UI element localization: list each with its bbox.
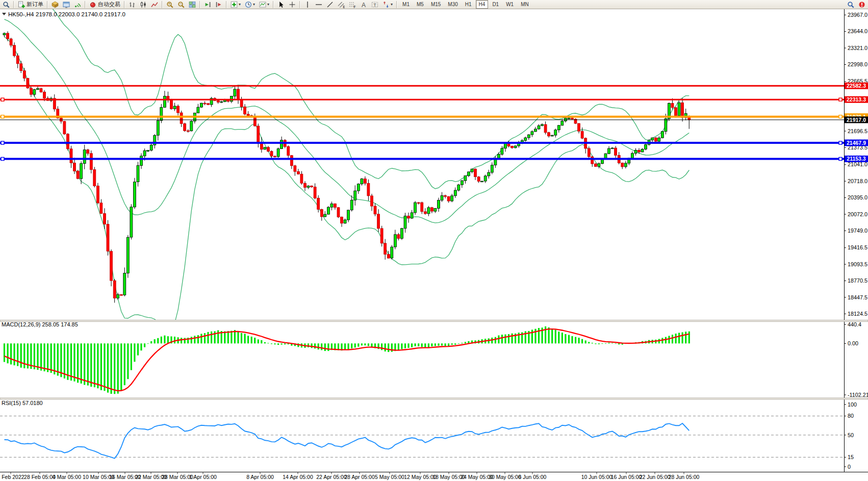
bear-candle	[588, 148, 590, 157]
text-icon-icon: A	[360, 1, 367, 8]
bear-candle	[671, 104, 674, 108]
line-handle[interactable]	[839, 98, 842, 101]
bear-candle	[100, 203, 103, 214]
market-watch-icon[interactable]	[50, 0, 60, 9]
bear-candle	[304, 183, 307, 187]
line-handle[interactable]	[1, 115, 4, 118]
line-handle[interactable]	[1, 158, 4, 161]
timeframe-button-h1[interactable]: H1	[462, 0, 475, 9]
bull-candle	[461, 181, 463, 185]
bear-candle	[364, 179, 366, 184]
timeframe-button-w1[interactable]: W1	[503, 0, 517, 9]
equidistant-channel-icon[interactable]: E	[336, 0, 346, 9]
equidistant-channel-icon-icon: E	[338, 1, 345, 8]
bear-candle	[177, 106, 180, 113]
svg-text:22582.3: 22582.3	[847, 83, 866, 89]
toolbar-separator	[226, 1, 227, 8]
bull-candle	[264, 147, 266, 149]
horizontal-line-icon-icon	[315, 1, 322, 8]
new-order-button[interactable]: 新订单	[16, 0, 45, 9]
line-handle[interactable]	[1, 141, 4, 144]
fibonacci-icon[interactable]: F	[347, 0, 358, 9]
cursor-icon[interactable]	[276, 0, 286, 9]
bull-candle	[220, 102, 223, 103]
time-tick-label: 14 Apr 05:00	[283, 474, 313, 480]
timeframe-button-m30[interactable]: M30	[445, 0, 461, 9]
bar-chart-icon[interactable]	[127, 0, 137, 9]
bull-candle	[33, 89, 36, 94]
candlestick-chart-icon[interactable]	[138, 0, 148, 9]
zoom-in-icon[interactable]: +	[165, 0, 175, 9]
line-chart-icon[interactable]	[149, 0, 160, 9]
vertical-line-icon[interactable]	[302, 0, 313, 9]
line-handle[interactable]	[839, 115, 842, 118]
timeframe-button-m1[interactable]: M1	[399, 0, 413, 9]
bear-candle	[507, 143, 510, 146]
trendline-icon[interactable]	[325, 0, 335, 9]
bear-candle	[334, 204, 336, 207]
auto-trading-button[interactable]: 自动交易	[88, 0, 122, 9]
indicators-icon[interactable]: ▾	[229, 0, 242, 9]
pane-separator[interactable]	[0, 320, 868, 322]
line-handle[interactable]	[839, 158, 842, 161]
toolbar-separator	[47, 1, 48, 8]
horizontal-line-icon[interactable]	[314, 0, 324, 9]
arrows-icon[interactable]: ▾	[381, 0, 394, 9]
new-order-icon	[18, 1, 25, 8]
bear-candle	[675, 108, 677, 116]
periods-icon[interactable]: ▾	[243, 0, 257, 9]
timeframe-button-m5[interactable]: M5	[414, 0, 427, 9]
line-handle[interactable]	[1, 98, 4, 101]
bull-candle	[354, 191, 356, 200]
svg-text:22313.3: 22313.3	[847, 96, 866, 103]
time-tick-label: 30 May 05:00	[489, 474, 521, 480]
text-icon[interactable]: A	[359, 0, 369, 9]
bull-candle	[400, 229, 403, 239]
bull-candle	[414, 202, 417, 213]
pane-separator[interactable]	[0, 398, 868, 399]
zoom-out-icon[interactable]: −	[176, 0, 186, 9]
bear-candle	[93, 169, 96, 186]
vertical-line-icon-icon	[304, 1, 311, 8]
notification-icon[interactable]	[857, 0, 867, 9]
search-icon[interactable]	[846, 0, 856, 9]
svg-text:E: E	[343, 5, 345, 8]
quick-search-icon[interactable]	[1, 0, 11, 9]
chart-window-icon[interactable]	[61, 0, 71, 9]
price-tick-label: 19093.5	[848, 261, 867, 267]
bull-candle	[514, 146, 517, 148]
bull-candle	[411, 213, 413, 218]
bull-candle	[658, 138, 660, 141]
bear-candle	[421, 202, 423, 212]
toolbar-separator	[299, 1, 300, 8]
bull-candle	[634, 150, 637, 153]
templates-icon[interactable]: ▾	[258, 0, 271, 9]
bull-candle	[324, 214, 326, 217]
crosshair-icon[interactable]	[287, 0, 297, 9]
bear-candle	[544, 124, 547, 133]
price-tick-label: 19416.5	[848, 244, 867, 250]
bull-candle	[361, 179, 363, 184]
market-watch-icon-icon	[52, 1, 59, 8]
time-tick-label: 28 Mar 05:00	[162, 474, 193, 480]
text-label-icon[interactable]: T	[370, 0, 380, 9]
bull-candle	[451, 196, 453, 201]
bull-candle	[611, 148, 614, 149]
macd-axis-label: 440.4	[848, 321, 861, 327]
line-handle[interactable]	[839, 141, 842, 144]
timeframe-button-h4[interactable]: H4	[476, 0, 489, 9]
bear-candle	[654, 138, 657, 141]
timeframe-button-d1[interactable]: D1	[489, 0, 502, 9]
bull-candle	[457, 185, 460, 190]
bull-candle	[481, 181, 483, 182]
bull-candle	[150, 145, 152, 150]
timeframe-button-m15[interactable]: M15	[428, 0, 444, 9]
bear-candle	[96, 186, 99, 203]
signal-icon[interactable]	[72, 0, 83, 9]
chart-window-icon-icon	[63, 1, 70, 8]
auto-scroll-icon[interactable]	[202, 0, 213, 9]
timeframe-button-mn[interactable]: MN	[518, 0, 532, 9]
bear-candle	[300, 174, 303, 183]
tile-windows-icon[interactable]	[187, 0, 197, 9]
chart-shift-icon[interactable]	[214, 0, 224, 9]
